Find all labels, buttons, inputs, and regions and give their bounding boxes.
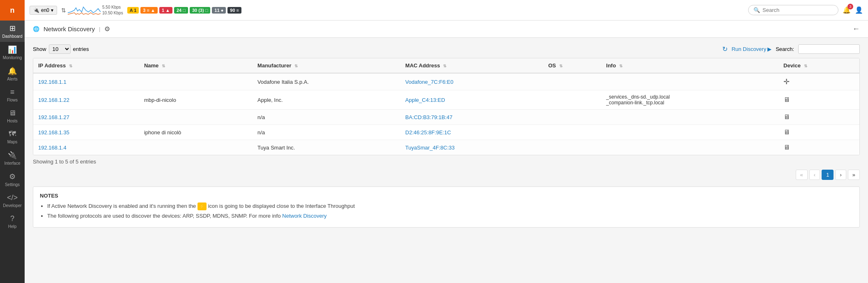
speed-up: 5.50 Kbps — [102, 5, 123, 10]
dashboard-icon: ⊞ — [9, 24, 16, 33]
ip-address-link[interactable]: 192.168.1.1 — [38, 79, 67, 85]
throughput-sparkline: ⇅ 5.50 Kbps 10.50 Kbps — [61, 5, 123, 16]
hosts-table: IP Address ⇅ Name ⇅ Manufacturer ⇅ MAC A… — [33, 58, 859, 155]
mac-address-link[interactable]: BA:CD:B3:79:1B:47 — [405, 114, 452, 120]
prev-page-button[interactable]: ‹ — [809, 170, 820, 180]
monitor-icon: 🖥 — [783, 129, 790, 136]
manufacturer: n/a — [253, 125, 400, 140]
host-name — [139, 140, 253, 155]
info-field — [601, 73, 778, 90]
user-menu-button[interactable]: 👤 — [855, 6, 863, 14]
info-field: _services._dns-sd._udp.local _companion-… — [601, 90, 778, 110]
topbar-search-input[interactable] — [762, 7, 833, 13]
sidebar-item-hosts[interactable]: 🖥 Hosts — [0, 106, 25, 127]
sidebar-item-developer[interactable]: </> Developer — [0, 190, 25, 211]
network-tool-icon[interactable]: ⚙ — [104, 25, 110, 33]
network-discovery-page-icon: 🌐 — [33, 26, 39, 32]
badge-1-alert[interactable]: 1 ▲ — [159, 7, 172, 14]
arrows-updown-icon: ⇅ — [61, 7, 66, 14]
host-name: iphone di nicolò — [139, 125, 253, 140]
maps-icon: 🗺 — [9, 130, 16, 138]
mac-address-link[interactable]: Vodafone_7C:F6:E0 — [405, 79, 453, 85]
interface-selector[interactable]: 🔌 en0 ▾ — [30, 6, 57, 15]
ip-address-link[interactable]: 192.168.1.27 — [38, 114, 69, 120]
content-area: Show 10 25 50 100 entries ↻ Run Discover… — [25, 38, 868, 283]
table-row: 192.168.1.4Tuya Smart Inc.TuyaSmar_4F:8C… — [33, 140, 859, 155]
first-page-button[interactable]: « — [796, 170, 808, 180]
sidebar-item-maps[interactable]: 🗺 Maps — [0, 127, 25, 147]
col-os[interactable]: OS ⇅ — [543, 58, 601, 73]
manufacturer: Apple, Inc. — [253, 90, 400, 110]
sidebar-item-interface[interactable]: 🔌 Interface — [0, 147, 25, 169]
ip-address-link[interactable]: 192.168.1.4 — [38, 145, 67, 151]
topbar-icons: 🔔 3 👤 — [843, 6, 863, 14]
help-icon: ? — [10, 214, 14, 223]
sidebar-item-alerts[interactable]: 🔔 Alerts — [0, 63, 25, 85]
col-manufacturer[interactable]: Manufacturer ⇅ — [253, 58, 400, 73]
ip-address-link[interactable]: 192.168.1.22 — [38, 97, 69, 103]
host-name — [139, 110, 253, 125]
col-mac[interactable]: MAC Address ⇅ — [400, 58, 543, 73]
sidebar-item-label: Dashboard — [2, 34, 23, 39]
table-row: 192.168.1.35iphone di nicolòn/aD2:46:25:… — [33, 125, 859, 140]
interface-icon: 🔌 — [8, 151, 17, 160]
mac-address-link[interactable]: D2:46:25:8F:9E:1C — [405, 129, 451, 136]
table-search-input[interactable] — [798, 44, 860, 54]
col-device[interactable]: Device ⇅ — [778, 58, 859, 73]
refresh-button[interactable]: ↻ — [722, 45, 728, 53]
discovery-table: IP Address ⇅ Name ⇅ Manufacturer ⇅ MAC A… — [33, 58, 860, 155]
speed-down: 10.50 Kbps — [102, 10, 123, 16]
sidebar-item-flows[interactable]: ≡ Flows — [0, 85, 25, 106]
chevron-down-icon: ▾ — [51, 7, 53, 13]
badge-a1[interactable]: A 1 — [127, 7, 139, 14]
sidebar-item-settings[interactable]: ⚙ Settings — [0, 169, 25, 190]
notification-count: 3 — [847, 4, 853, 9]
sidebar-item-label: Settings — [5, 182, 20, 187]
sidebar-item-label: Flows — [7, 98, 18, 102]
run-discovery-button[interactable]: Run Discovery ▶ — [732, 46, 772, 52]
manufacturer: Vodafone Italia S.p.A. — [253, 73, 400, 90]
last-page-button[interactable]: » — [848, 170, 860, 180]
os-field — [543, 140, 601, 155]
badge-90[interactable]: 90 ≡ — [227, 7, 241, 14]
table-header-row: IP Address ⇅ Name ⇅ Manufacturer ⇅ MAC A… — [33, 58, 859, 73]
mac-address-link[interactable]: Apple_C4:13:ED — [405, 97, 445, 103]
back-arrow-button[interactable]: ← — [852, 25, 860, 33]
device-field: 🖥 — [778, 90, 859, 110]
os-field — [543, 90, 601, 110]
col-info[interactable]: Info ⇅ — [601, 58, 778, 73]
sidebar-item-label: Interface — [5, 161, 21, 166]
sidebar-item-dashboard[interactable]: ⊞ Dashboard — [0, 21, 25, 42]
entries-select[interactable]: 10 25 50 100 — [49, 44, 71, 54]
current-page-button[interactable]: 1 — [822, 170, 834, 180]
col-name[interactable]: Name ⇅ — [139, 58, 253, 73]
notifications-button[interactable]: 🔔 3 — [843, 6, 851, 14]
col-ip[interactable]: IP Address ⇅ — [33, 58, 139, 73]
host-name — [139, 73, 253, 90]
network-discovery-link[interactable]: Network Discovery — [282, 213, 326, 219]
monitor-icon: 🖥 — [783, 96, 790, 103]
badge-30[interactable]: 30 (3) □ — [190, 7, 210, 14]
main-area: 🔌 en0 ▾ ⇅ 5.50 Kbps 10.50 Kbps A 1 3 ≡ ▲… — [25, 0, 868, 283]
info-field — [601, 125, 778, 140]
table-row: 192.168.1.22mbp-di-nicoloApple, Inc.Appl… — [33, 90, 859, 110]
show-entries-control: Show 10 25 50 100 entries — [33, 44, 89, 54]
next-page-button[interactable]: › — [835, 170, 846, 180]
table-row: 192.168.1.27n/aBA:CD:B3:79:1B:47🖥 — [33, 110, 859, 125]
sidebar-item-monitoring[interactable]: 📊 Monitoring — [0, 42, 25, 63]
badge-3[interactable]: 3 ≡ ▲ — [140, 7, 158, 14]
badge-24[interactable]: 24 □ — [174, 7, 188, 14]
sidebar-item-help[interactable]: ? Help — [0, 211, 25, 232]
showing-info: Showing 1 to 5 of 5 entries — [33, 159, 860, 165]
sidebar-item-label: Maps — [7, 140, 17, 144]
entries-label: entries — [73, 46, 89, 52]
ip-address-link[interactable]: 192.168.1.35 — [38, 129, 69, 136]
page-header: 🌐 Network Discovery | ⚙ ← — [25, 21, 868, 38]
sidebar-item-label: Alerts — [7, 77, 18, 81]
mac-address-link[interactable]: TuyaSmar_4F:8C:33 — [405, 145, 455, 151]
os-field — [543, 125, 601, 140]
badge-11[interactable]: 11 ● — [212, 7, 226, 14]
sidebar-item-label: Hosts — [7, 119, 18, 123]
active-discovery-icon: ⚡ — [197, 202, 207, 210]
sidebar-logo: n — [0, 0, 25, 21]
